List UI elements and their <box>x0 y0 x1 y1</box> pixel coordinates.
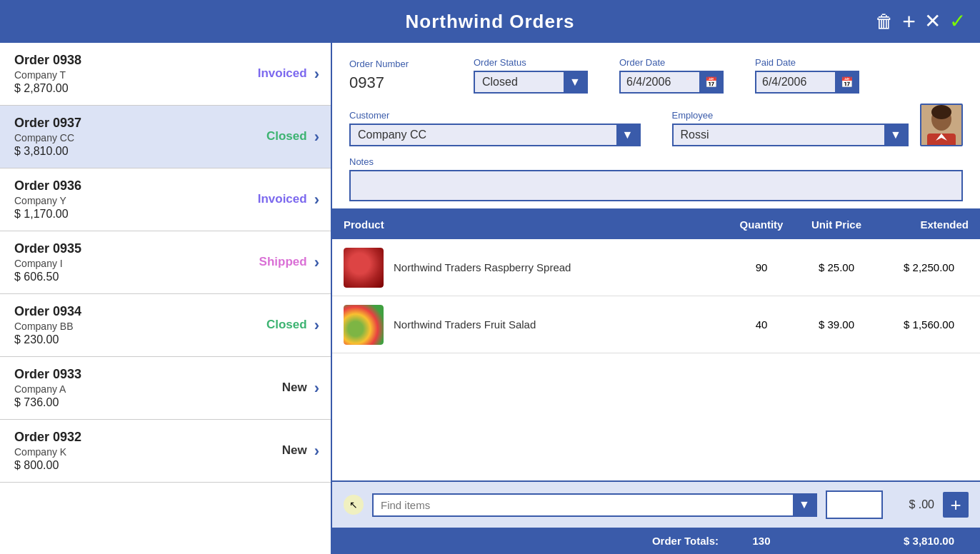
svg-point-2 <box>931 105 951 119</box>
product-extended: $ 2,250.00 <box>876 261 969 273</box>
add-item-button[interactable]: + <box>943 492 969 518</box>
order-status: Invoiced <box>258 192 307 206</box>
order-name: Order 0935 <box>14 241 259 256</box>
header-actions: 🗑 + ✕ ✓ <box>875 10 966 33</box>
employee-row: Employee Rossi ▼ <box>672 104 964 146</box>
orders-list: Order 0938 Company T $ 2,870.00 Invoiced… <box>0 43 332 554</box>
order-amount: $ 1,170.00 <box>14 208 258 221</box>
th-extended: Extended <box>876 216 969 233</box>
product-name: Northwind Traders Fruit Salad <box>386 318 726 331</box>
order-info: Order 0935 Company I $ 606.50 <box>14 241 259 283</box>
order-info: Order 0932 Company K $ 800.00 <box>14 430 282 472</box>
form-area: Order Number 0937 Order Status Closed ▼ … <box>332 43 980 210</box>
add-item-row: ↖ ▼ $ .00 + <box>332 480 980 528</box>
order-status: Invoiced <box>258 66 307 81</box>
notes-field-wrap: Notes <box>349 156 963 201</box>
employee-dropdown[interactable]: Rossi ▼ <box>672 124 909 146</box>
order-amount: $ 736.00 <box>14 396 282 409</box>
customer-label: Customer <box>349 110 641 121</box>
chevron-right-icon: › <box>314 191 319 209</box>
order-name: Order 0934 <box>14 304 266 319</box>
employee-label: Employee <box>672 110 909 121</box>
order-name: Order 0936 <box>14 178 258 193</box>
totals-quantity: 130 <box>726 535 797 547</box>
order-right: Invoiced <box>258 66 307 82</box>
avatar <box>920 104 963 146</box>
product-extended: $ 1,560.00 <box>876 318 969 331</box>
delete-button[interactable]: 🗑 <box>875 12 894 31</box>
order-right: Invoiced <box>258 192 307 208</box>
list-item[interactable]: Order 0936 Company Y $ 1,170.00 Invoiced… <box>0 168 331 231</box>
list-item[interactable]: Order 0938 Company T $ 2,870.00 Invoiced… <box>0 43 331 106</box>
product-unit-price: $ 39.00 <box>797 318 876 331</box>
customer-value: Company CC <box>351 125 616 145</box>
list-item[interactable]: Order 0934 Company BB $ 230.00 Closed › <box>0 294 331 357</box>
confirm-button[interactable]: ✓ <box>949 11 966 31</box>
paid-date-value[interactable] <box>756 72 835 92</box>
close-button[interactable]: ✕ <box>924 11 941 31</box>
order-status-label: Order Status <box>474 57 588 68</box>
order-status: Closed <box>266 129 307 143</box>
order-amount: $ 3,810.00 <box>14 145 266 158</box>
employee-dropdown-btn[interactable]: ▼ <box>884 125 907 145</box>
order-date-input[interactable]: 📅 <box>619 71 724 94</box>
table-row[interactable]: Northwind Traders Fruit Salad 40 $ 39.00… <box>332 296 980 353</box>
table-header: Product Quantity Unit Price Extended <box>332 210 980 239</box>
order-status: Closed <box>266 318 307 332</box>
find-items-input[interactable] <box>374 495 793 515</box>
order-number-field: Order Number 0937 <box>349 59 435 94</box>
main-content: Order 0938 Company T $ 2,870.00 Invoiced… <box>0 43 980 554</box>
quantity-input-wrap <box>826 490 883 519</box>
form-row-1: Order Number 0937 Order Status Closed ▼ … <box>349 57 963 94</box>
table-row[interactable]: Northwind Traders Raspberry Spread 90 $ … <box>332 239 980 296</box>
order-amount: $ 2,870.00 <box>14 82 258 95</box>
list-item[interactable]: Order 0932 Company K $ 800.00 New › <box>0 420 331 483</box>
order-name: Order 0937 <box>14 116 266 131</box>
order-name: Order 0932 <box>14 430 282 445</box>
cursor-icon: ↖ <box>344 495 364 515</box>
order-number-label: Order Number <box>349 59 435 69</box>
th-quantity: Quantity <box>726 216 797 233</box>
add-quantity-input[interactable] <box>827 492 881 518</box>
order-info: Order 0934 Company BB $ 230.00 <box>14 304 266 346</box>
add-order-button[interactable]: + <box>902 10 916 33</box>
totals-amount: $ 3,810.00 <box>876 535 969 547</box>
order-detail: Order Number 0937 Order Status Closed ▼ … <box>332 43 980 554</box>
order-number-value: 0937 <box>349 72 435 94</box>
notes-input[interactable] <box>349 170 963 201</box>
order-status-dropdown[interactable]: Closed ▼ <box>474 71 588 94</box>
order-right: Closed <box>266 129 307 145</box>
customer-dropdown[interactable]: Company CC ▼ <box>349 124 641 146</box>
list-item[interactable]: Order 0937 Company CC $ 3,810.00 Closed … <box>0 106 331 168</box>
th-unit-price: Unit Price <box>797 216 876 233</box>
customer-dropdown-btn[interactable]: ▼ <box>616 125 639 145</box>
order-company: Company Y <box>14 195 258 206</box>
order-status-dropdown-btn[interactable]: ▼ <box>564 72 586 92</box>
order-date-calendar-btn[interactable]: 📅 <box>699 72 722 92</box>
order-company: Company CC <box>14 132 266 143</box>
paid-date-calendar-btn[interactable]: 📅 <box>835 72 858 92</box>
employee-field: Employee Rossi ▼ <box>672 110 909 146</box>
order-status-field: Order Status Closed ▼ <box>474 57 588 94</box>
order-amount: $ 606.50 <box>14 271 259 283</box>
list-item[interactable]: Order 0933 Company A $ 736.00 New › <box>0 357 331 420</box>
paid-date-input[interactable]: 📅 <box>755 71 859 94</box>
raspberry-image <box>344 248 384 288</box>
product-thumbnail <box>344 248 384 288</box>
product-thumbnail <box>344 305 384 345</box>
order-right: Closed <box>266 318 307 333</box>
chevron-right-icon: › <box>314 65 319 84</box>
order-date-label: Order Date <box>619 57 724 68</box>
app-title: Northwind Orders <box>405 11 574 33</box>
order-info: Order 0938 Company T $ 2,870.00 <box>14 53 258 95</box>
order-date-value[interactable] <box>621 72 699 92</box>
chevron-right-icon: › <box>314 128 319 146</box>
chevron-right-icon: › <box>314 379 319 398</box>
find-items-dropdown-btn[interactable]: ▼ <box>793 495 816 515</box>
notes-label: Notes <box>349 156 963 167</box>
product-quantity: 40 <box>726 318 797 331</box>
list-item[interactable]: Order 0935 Company I $ 606.50 Shipped › <box>0 231 331 294</box>
order-info: Order 0937 Company CC $ 3,810.00 <box>14 116 266 158</box>
fruit-salad-image <box>344 305 384 345</box>
find-items-wrap: ▼ <box>372 493 817 517</box>
